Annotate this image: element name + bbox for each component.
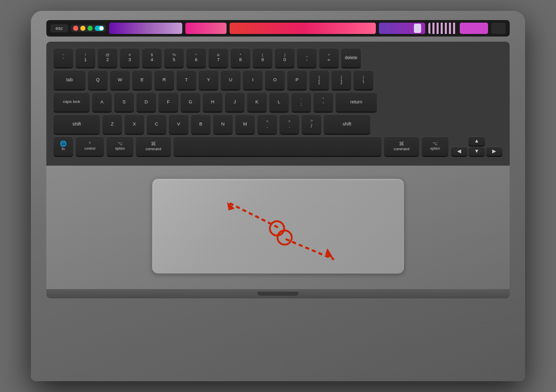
key-4[interactable]: $ 4 — [142, 48, 162, 67]
qwerty-row: tab Q W E R T Y U I O P { [ } ] | \ — [54, 70, 502, 90]
svg-line-0 — [227, 202, 278, 227]
key-tilde[interactable]: ~ ` — [54, 48, 73, 67]
key-t[interactable]: T — [177, 70, 196, 90]
key-1[interactable]: ! 1 — [76, 48, 95, 67]
bottom-notch — [257, 292, 299, 296]
key-a[interactable]: A — [92, 92, 112, 112]
key-f[interactable]: F — [159, 92, 178, 112]
key-quote[interactable]: " ' — [314, 92, 333, 112]
key-c[interactable]: C — [147, 114, 166, 134]
esc-key[interactable]: esc — [50, 24, 68, 32]
tb-brightness-slider — [95, 26, 104, 31]
tb-dotted-widget — [428, 23, 457, 34]
key-command-left[interactable]: ⌘ command — [136, 136, 171, 156]
key-p[interactable]: P — [287, 70, 307, 90]
zxcv-row: shift Z X C V B N M < , > . ? / shift — [54, 114, 502, 134]
key-control[interactable]: ^ control — [76, 136, 104, 156]
key-equals[interactable]: + = — [319, 48, 339, 67]
tb-purple-widget — [109, 23, 182, 34]
bottom-bar — [46, 289, 510, 298]
key-arrow-up[interactable]: ▲ — [468, 136, 485, 146]
trackpad-section — [46, 166, 510, 289]
key-8[interactable]: * 8 — [231, 48, 250, 67]
key-6[interactable]: ^ 6 — [186, 48, 206, 67]
tb-window-controls — [71, 25, 106, 32]
key-x[interactable]: X — [125, 114, 144, 134]
key-2[interactable]: @ 2 — [98, 48, 117, 67]
tb-slider-handle — [414, 24, 421, 33]
asdf-row: caps lock A S D F G H J K L : ; " ' retu… — [54, 92, 502, 112]
key-backslash[interactable]: | \ — [354, 70, 373, 90]
key-return[interactable]: return — [336, 92, 377, 112]
key-0[interactable]: ) 0 — [275, 48, 294, 67]
tb-red-gradient-widget — [230, 23, 376, 34]
tb-maximize — [88, 26, 93, 31]
laptop-body: esc ~ ` ! 1 @ — [31, 11, 525, 381]
key-m[interactable]: M — [235, 114, 255, 134]
key-g[interactable]: G — [181, 92, 200, 112]
key-slash[interactable]: ? / — [302, 114, 321, 134]
key-v[interactable]: V — [169, 114, 188, 134]
key-3[interactable]: # 3 — [120, 48, 140, 67]
key-o[interactable]: O — [265, 70, 285, 90]
key-minus[interactable]: _ - — [297, 48, 317, 67]
touch-bar: esc — [46, 20, 510, 37]
tb-end-button — [491, 23, 506, 34]
key-spacebar[interactable] — [173, 136, 381, 156]
key-e[interactable]: E — [132, 70, 152, 90]
key-h[interactable]: H — [203, 92, 222, 112]
key-semicolon[interactable]: : ; — [291, 92, 311, 112]
svg-point-3 — [277, 230, 292, 245]
tb-close — [73, 26, 78, 31]
key-arrow-down[interactable]: ▼ — [468, 147, 485, 156]
number-row: ~ ` ! 1 @ 2 # 3 $ 4 % 5 — [54, 48, 502, 67]
key-delete[interactable]: delete — [341, 48, 361, 67]
key-9[interactable]: ( 9 — [253, 48, 272, 67]
key-tab[interactable]: tab — [54, 70, 85, 90]
key-arrow-left[interactable]: ◀ — [451, 147, 467, 156]
key-i[interactable]: I — [243, 70, 263, 90]
keyboard-area: ~ ` ! 1 @ 2 # 3 $ 4 % 5 — [46, 42, 510, 166]
tb-magenta-widget — [460, 23, 488, 34]
key-fn[interactable]: 🌐 fn — [54, 136, 73, 156]
key-shift-right[interactable]: shift — [324, 114, 370, 134]
tb-pink-widget — [185, 23, 227, 34]
svg-marker-5 — [325, 248, 334, 260]
key-z[interactable]: Z — [102, 114, 122, 134]
key-7[interactable]: & 7 — [208, 48, 228, 67]
key-bracket-open[interactable]: { [ — [309, 70, 329, 90]
key-caps-lock[interactable]: caps lock — [54, 92, 90, 112]
key-period[interactable]: > . — [280, 114, 299, 134]
key-command-right[interactable]: ⌘ command — [384, 136, 419, 156]
trackpad[interactable] — [152, 179, 404, 274]
key-u[interactable]: U — [221, 70, 240, 90]
key-y[interactable]: Y — [199, 70, 218, 90]
tb-minimize — [80, 26, 85, 31]
key-j[interactable]: J — [225, 92, 245, 112]
key-option-left[interactable]: ⌥ option — [107, 136, 133, 156]
key-q[interactable]: Q — [88, 70, 108, 90]
modifier-row: 🌐 fn ^ control ⌥ option ⌘ command ⌘ comm… — [54, 136, 502, 156]
svg-line-4 — [286, 239, 334, 260]
gesture-arrows — [152, 179, 404, 273]
key-r[interactable]: R — [154, 70, 174, 90]
key-w[interactable]: W — [110, 70, 130, 90]
tb-slider-bar — [379, 23, 425, 34]
key-s[interactable]: S — [114, 92, 134, 112]
key-n[interactable]: N — [213, 114, 233, 134]
key-5[interactable]: % 5 — [164, 48, 184, 67]
key-comma[interactable]: < , — [257, 114, 277, 134]
key-option-right[interactable]: ⌥ option — [422, 136, 448, 156]
key-arrow-right[interactable]: ▶ — [486, 147, 502, 156]
key-bracket-close[interactable]: } ] — [332, 70, 351, 90]
arrow-cluster: ▲ ◀ ▼ ▶ — [451, 136, 502, 156]
key-d[interactable]: D — [136, 92, 156, 112]
key-b[interactable]: B — [191, 114, 211, 134]
key-shift-left[interactable]: shift — [54, 114, 100, 134]
key-l[interactable]: L — [269, 92, 289, 112]
svg-point-2 — [270, 221, 284, 236]
key-k[interactable]: K — [247, 92, 267, 112]
